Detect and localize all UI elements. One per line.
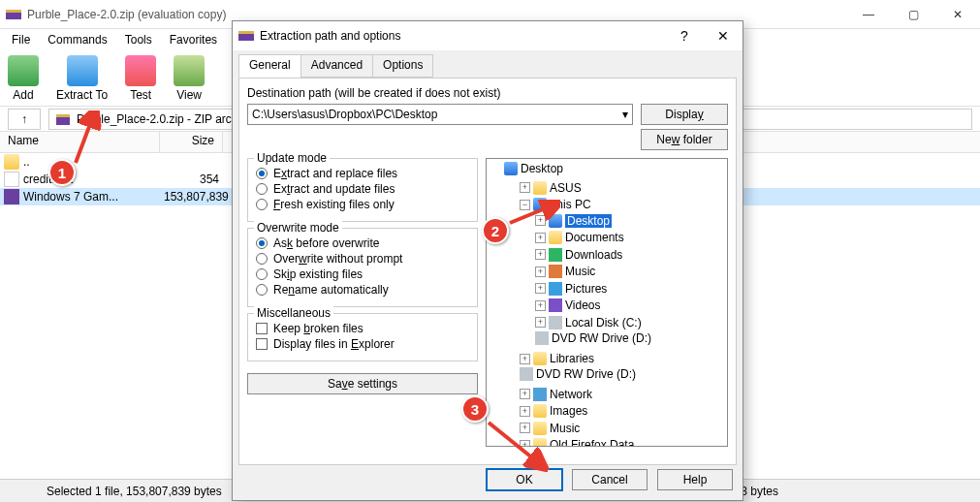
arrow-2 bbox=[506, 200, 560, 227]
svg-rect-3 bbox=[56, 114, 70, 117]
documents-icon bbox=[549, 231, 562, 244]
menu-commands[interactable]: Commands bbox=[40, 31, 114, 48]
desktop-icon bbox=[504, 162, 518, 175]
winrar-icon bbox=[238, 28, 254, 44]
menu-file[interactable]: File bbox=[4, 31, 38, 48]
dvd-icon bbox=[520, 367, 533, 381]
arrow-1 bbox=[70, 110, 109, 169]
tb-view[interactable]: View bbox=[174, 55, 205, 102]
display-button[interactable]: Display bbox=[641, 104, 728, 125]
network-icon bbox=[533, 388, 547, 401]
destination-label: Destination path (will be created if doe… bbox=[247, 86, 728, 100]
callout-2: 2 bbox=[482, 217, 509, 244]
close-button[interactable]: ✕ bbox=[935, 0, 980, 29]
dvd-icon bbox=[535, 331, 549, 345]
minimize-button[interactable]: — bbox=[846, 0, 891, 29]
group-overwrite-mode: Overwrite mode Ask before overwrite Over… bbox=[247, 228, 478, 307]
folder-icon bbox=[533, 404, 547, 418]
tb-add[interactable]: Add bbox=[8, 55, 39, 102]
archive-icon bbox=[4, 189, 19, 204]
group-update-mode: Update mode Extract and replace files Ex… bbox=[247, 158, 478, 222]
radio-fresh[interactable]: Fresh existing files only bbox=[256, 198, 469, 211]
cancel-button[interactable]: Cancel bbox=[572, 469, 648, 490]
svg-line-8 bbox=[489, 423, 539, 463]
window-title: Purble_Place-2.0.zip (evaluation copy) bbox=[27, 8, 846, 21]
radio-rename[interactable]: Rename automatically bbox=[256, 283, 469, 297]
check-keep-broken[interactable]: Keep broken files bbox=[256, 322, 469, 335]
text-file-icon bbox=[4, 172, 19, 187]
arrow-3 bbox=[483, 417, 551, 473]
radio-extract-replace[interactable]: Extract and replace files bbox=[256, 167, 469, 180]
check-display-explorer[interactable]: Display files in Explorer bbox=[256, 337, 469, 351]
dialog-help-button[interactable]: ? bbox=[665, 21, 704, 50]
maximize-button[interactable]: ▢ bbox=[891, 0, 935, 29]
menu-favorites[interactable]: Favorites bbox=[162, 31, 225, 48]
videos-icon bbox=[549, 298, 562, 312]
tab-general[interactable]: General bbox=[238, 54, 301, 78]
downloads-icon bbox=[549, 248, 562, 262]
tree-node-desktop[interactable]: Desktop bbox=[565, 214, 612, 228]
svg-line-6 bbox=[76, 116, 93, 163]
radio-extract-update[interactable]: Extract and update files bbox=[256, 182, 469, 196]
disk-icon bbox=[549, 316, 562, 329]
save-settings-button[interactable]: Save settings bbox=[247, 373, 478, 394]
dialog-close-button[interactable]: ✕ bbox=[704, 21, 743, 50]
archive-icon bbox=[55, 111, 71, 127]
up-button[interactable]: ↑ bbox=[8, 109, 41, 130]
libraries-icon bbox=[533, 352, 547, 365]
group-misc: Miscellaneous Keep broken files Display … bbox=[247, 313, 478, 361]
destination-combo[interactable]: C:\Users\asus\Dropbox\PC\Desktop▾ bbox=[247, 104, 633, 125]
menu-tools[interactable]: Tools bbox=[117, 31, 160, 48]
tb-test[interactable]: Test bbox=[125, 55, 156, 102]
callout-3: 3 bbox=[461, 395, 489, 423]
chevron-down-icon[interactable]: ▾ bbox=[622, 108, 628, 121]
svg-rect-1 bbox=[6, 10, 21, 13]
tab-advanced[interactable]: Advanced bbox=[300, 54, 373, 78]
folder-icon bbox=[533, 181, 547, 195]
svg-line-7 bbox=[510, 205, 553, 223]
radio-skip[interactable]: Skip existing files bbox=[256, 267, 469, 281]
radio-overwrite[interactable]: Overwrite without prompt bbox=[256, 252, 469, 266]
radio-ask[interactable]: Ask before overwrite bbox=[256, 236, 469, 250]
dialog-title: Extraction path and options bbox=[260, 29, 665, 43]
music-icon bbox=[549, 265, 562, 278]
dialog-titlebar: Extraction path and options ? ✕ bbox=[233, 21, 743, 50]
tab-options[interactable]: Options bbox=[372, 54, 433, 78]
folder-up-icon bbox=[4, 154, 19, 170]
tb-extract-to[interactable]: Extract To bbox=[56, 55, 108, 102]
svg-rect-5 bbox=[238, 31, 254, 34]
callout-1: 1 bbox=[48, 159, 76, 186]
status-selected: Selected 1 file, 153,807,839 bytes bbox=[47, 485, 222, 498]
winrar-icon bbox=[6, 7, 21, 22]
new-folder-button[interactable]: New folder bbox=[641, 129, 728, 150]
help-button[interactable]: Help bbox=[657, 469, 733, 490]
pictures-icon bbox=[549, 282, 562, 296]
dialog-tabs: General Advanced Options bbox=[238, 54, 737, 78]
expand-icon[interactable]: + bbox=[520, 182, 530, 193]
col-size[interactable]: Size bbox=[160, 132, 223, 152]
